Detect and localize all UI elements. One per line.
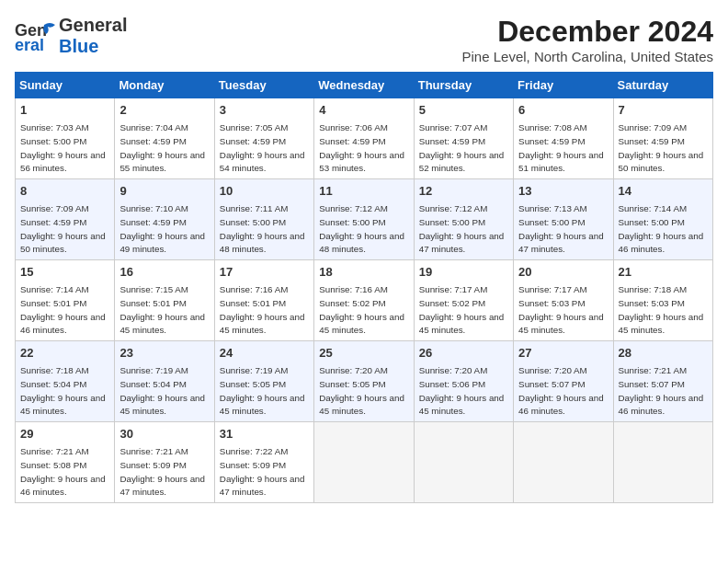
- day-number: 29: [20, 426, 109, 442]
- calendar-cell: 11Sunrise: 7:12 AMSunset: 5:00 PMDayligh…: [314, 179, 414, 260]
- weekday-header-row: SundayMondayTuesdayWednesdayThursdayFrid…: [16, 73, 713, 98]
- day-number: 3: [220, 102, 309, 119]
- calendar-cell: 29Sunrise: 7:21 AMSunset: 5:08 PMDayligh…: [16, 422, 115, 503]
- title-area: December 2024 Pine Level, North Carolina…: [462, 15, 713, 64]
- day-number: 6: [518, 102, 608, 119]
- calendar-cell: [414, 422, 513, 503]
- logo-general: General: [59, 15, 127, 36]
- calendar-cell: 5Sunrise: 7:07 AMSunset: 4:59 PMDaylight…: [414, 98, 513, 179]
- day-number: 11: [319, 183, 408, 200]
- calendar-cell: 25Sunrise: 7:20 AMSunset: 5:05 PMDayligh…: [314, 341, 414, 422]
- calendar-cell: 20Sunrise: 7:17 AMSunset: 5:03 PMDayligh…: [514, 260, 613, 341]
- calendar-cell: 9Sunrise: 7:10 AMSunset: 4:59 PMDaylight…: [115, 179, 214, 260]
- day-info: Sunrise: 7:06 AMSunset: 4:59 PMDaylight:…: [319, 122, 404, 173]
- calendar-cell: 4Sunrise: 7:06 AMSunset: 4:59 PMDaylight…: [314, 98, 414, 179]
- week-row-3: 15Sunrise: 7:14 AMSunset: 5:01 PMDayligh…: [16, 260, 713, 341]
- week-row-1: 1Sunrise: 7:03 AMSunset: 5:00 PMDaylight…: [16, 98, 713, 179]
- calendar-cell: 26Sunrise: 7:20 AMSunset: 5:06 PMDayligh…: [414, 341, 513, 422]
- day-info: Sunrise: 7:19 AMSunset: 5:05 PMDaylight:…: [220, 365, 305, 416]
- calendar-cell: 10Sunrise: 7:11 AMSunset: 5:00 PMDayligh…: [214, 179, 313, 260]
- day-number: 2: [119, 102, 209, 119]
- day-info: Sunrise: 7:16 AMSunset: 5:01 PMDaylight:…: [220, 284, 305, 335]
- calendar-cell: 14Sunrise: 7:14 AMSunset: 5:00 PMDayligh…: [613, 179, 712, 260]
- day-info: Sunrise: 7:20 AMSunset: 5:05 PMDaylight:…: [319, 365, 404, 416]
- day-info: Sunrise: 7:18 AMSunset: 5:04 PMDaylight:…: [20, 365, 106, 416]
- calendar-cell: 12Sunrise: 7:12 AMSunset: 5:00 PMDayligh…: [414, 179, 513, 260]
- svg-text:eral: eral: [15, 36, 44, 54]
- day-number: 10: [220, 183, 309, 200]
- day-number: 28: [619, 345, 708, 362]
- week-row-5: 29Sunrise: 7:21 AMSunset: 5:08 PMDayligh…: [16, 422, 713, 503]
- day-number: 13: [518, 183, 608, 200]
- day-number: 26: [419, 345, 508, 362]
- logo-blue: Blue: [59, 36, 127, 57]
- day-number: 27: [518, 345, 608, 362]
- day-number: 9: [119, 183, 209, 200]
- calendar-cell: [613, 422, 712, 503]
- week-row-4: 22Sunrise: 7:18 AMSunset: 5:04 PMDayligh…: [16, 341, 713, 422]
- day-info: Sunrise: 7:21 AMSunset: 5:09 PMDaylight:…: [119, 446, 205, 497]
- day-info: Sunrise: 7:18 AMSunset: 5:03 PMDaylight:…: [619, 284, 704, 335]
- day-info: Sunrise: 7:20 AMSunset: 5:07 PMDaylight:…: [518, 365, 604, 416]
- day-info: Sunrise: 7:13 AMSunset: 5:00 PMDaylight:…: [518, 203, 604, 254]
- weekday-header-thursday: Thursday: [414, 73, 513, 98]
- day-info: Sunrise: 7:15 AMSunset: 5:01 PMDaylight:…: [119, 284, 205, 335]
- calendar-table: SundayMondayTuesdayWednesdayThursdayFrid…: [15, 72, 713, 503]
- day-number: 21: [619, 264, 708, 281]
- calendar-cell: 8Sunrise: 7:09 AMSunset: 4:59 PMDaylight…: [16, 179, 115, 260]
- weekday-header-wednesday: Wednesday: [314, 73, 414, 98]
- day-number: 18: [319, 264, 408, 281]
- day-number: 14: [619, 183, 708, 200]
- calendar-cell: 17Sunrise: 7:16 AMSunset: 5:01 PMDayligh…: [214, 260, 313, 341]
- week-row-2: 8Sunrise: 7:09 AMSunset: 4:59 PMDaylight…: [16, 179, 713, 260]
- day-info: Sunrise: 7:09 AMSunset: 4:59 PMDaylight:…: [20, 203, 106, 254]
- day-info: Sunrise: 7:19 AMSunset: 5:04 PMDaylight:…: [119, 365, 205, 416]
- logo: Gen eral General Blue: [15, 15, 127, 57]
- day-info: Sunrise: 7:07 AMSunset: 4:59 PMDaylight:…: [419, 122, 505, 173]
- day-number: 17: [220, 264, 309, 281]
- day-info: Sunrise: 7:20 AMSunset: 5:06 PMDaylight:…: [419, 365, 505, 416]
- weekday-header-friday: Friday: [514, 73, 613, 98]
- day-info: Sunrise: 7:04 AMSunset: 4:59 PMDaylight:…: [119, 122, 205, 173]
- calendar-cell: [314, 422, 414, 503]
- day-info: Sunrise: 7:16 AMSunset: 5:02 PMDaylight:…: [319, 284, 404, 335]
- location: Pine Level, North Carolina, United State…: [462, 49, 713, 64]
- calendar-cell: [514, 422, 613, 503]
- day-info: Sunrise: 7:17 AMSunset: 5:03 PMDaylight:…: [518, 284, 604, 335]
- calendar-cell: 1Sunrise: 7:03 AMSunset: 5:00 PMDaylight…: [16, 98, 115, 179]
- calendar-cell: 13Sunrise: 7:13 AMSunset: 5:00 PMDayligh…: [514, 179, 613, 260]
- day-number: 7: [619, 102, 708, 119]
- day-number: 31: [220, 426, 309, 442]
- calendar-cell: 6Sunrise: 7:08 AMSunset: 4:59 PMDaylight…: [514, 98, 613, 179]
- day-number: 30: [119, 426, 209, 442]
- day-info: Sunrise: 7:17 AMSunset: 5:02 PMDaylight:…: [419, 284, 505, 335]
- calendar-cell: 28Sunrise: 7:21 AMSunset: 5:07 PMDayligh…: [613, 341, 712, 422]
- day-info: Sunrise: 7:21 AMSunset: 5:07 PMDaylight:…: [619, 365, 704, 416]
- day-number: 24: [220, 345, 309, 362]
- calendar-cell: 3Sunrise: 7:05 AMSunset: 4:59 PMDaylight…: [214, 98, 313, 179]
- calendar-cell: 16Sunrise: 7:15 AMSunset: 5:01 PMDayligh…: [115, 260, 214, 341]
- calendar-cell: 19Sunrise: 7:17 AMSunset: 5:02 PMDayligh…: [414, 260, 513, 341]
- day-info: Sunrise: 7:05 AMSunset: 4:59 PMDaylight:…: [220, 122, 305, 173]
- day-info: Sunrise: 7:12 AMSunset: 5:00 PMDaylight:…: [419, 203, 505, 254]
- calendar-cell: 31Sunrise: 7:22 AMSunset: 5:09 PMDayligh…: [214, 422, 313, 503]
- day-number: 20: [518, 264, 608, 281]
- calendar-cell: 15Sunrise: 7:14 AMSunset: 5:01 PMDayligh…: [16, 260, 115, 341]
- weekday-header-saturday: Saturday: [613, 73, 712, 98]
- day-info: Sunrise: 7:12 AMSunset: 5:00 PMDaylight:…: [319, 203, 404, 254]
- day-info: Sunrise: 7:10 AMSunset: 4:59 PMDaylight:…: [119, 203, 205, 254]
- calendar-cell: 7Sunrise: 7:09 AMSunset: 4:59 PMDaylight…: [613, 98, 712, 179]
- calendar-cell: 23Sunrise: 7:19 AMSunset: 5:04 PMDayligh…: [115, 341, 214, 422]
- day-number: 1: [20, 102, 109, 119]
- calendar-cell: 27Sunrise: 7:20 AMSunset: 5:07 PMDayligh…: [514, 341, 613, 422]
- day-info: Sunrise: 7:03 AMSunset: 5:00 PMDaylight:…: [20, 122, 106, 173]
- weekday-header-monday: Monday: [115, 73, 214, 98]
- calendar-cell: 21Sunrise: 7:18 AMSunset: 5:03 PMDayligh…: [613, 260, 712, 341]
- calendar-cell: 22Sunrise: 7:18 AMSunset: 5:04 PMDayligh…: [16, 341, 115, 422]
- weekday-header-sunday: Sunday: [16, 73, 115, 98]
- day-info: Sunrise: 7:21 AMSunset: 5:08 PMDaylight:…: [20, 446, 106, 497]
- day-number: 23: [119, 345, 209, 362]
- day-number: 16: [119, 264, 209, 281]
- calendar-cell: 30Sunrise: 7:21 AMSunset: 5:09 PMDayligh…: [115, 422, 214, 503]
- day-info: Sunrise: 7:14 AMSunset: 5:00 PMDaylight:…: [619, 203, 704, 254]
